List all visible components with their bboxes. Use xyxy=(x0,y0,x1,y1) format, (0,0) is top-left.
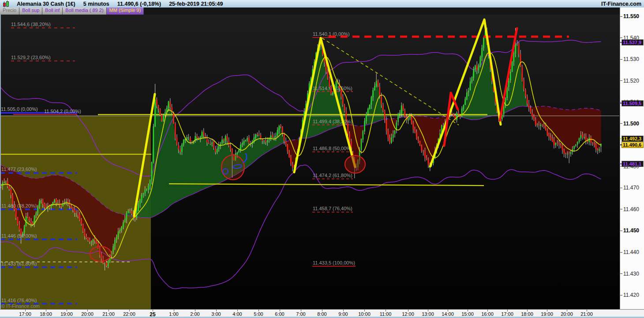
candle-up xyxy=(127,211,129,212)
candle-up xyxy=(211,142,213,144)
candle-down xyxy=(595,144,597,149)
candle-up xyxy=(573,146,575,149)
legend-mm-simple[interactable]: MM (Simple 9) xyxy=(107,8,144,15)
candle-up xyxy=(362,131,363,140)
candle-up xyxy=(153,126,154,162)
candle-down xyxy=(592,143,593,144)
candle-down xyxy=(386,120,387,131)
timeframe-label[interactable]: 5 minutos xyxy=(83,1,109,7)
time-tick-label: 7:00 xyxy=(296,311,305,317)
candle-up xyxy=(150,180,151,186)
price-axis[interactable]: 11.55011.54011.53011.52011.51011.50011.4… xyxy=(620,8,644,309)
candle-down xyxy=(292,164,293,168)
candle-up xyxy=(580,135,581,139)
legend-boll-sup[interactable]: Boll sup xyxy=(19,8,42,15)
candle-down xyxy=(84,231,86,236)
candle-down xyxy=(585,137,587,141)
legend-precio[interactable]: Precio xyxy=(0,8,19,15)
candle-down xyxy=(206,138,208,142)
time-tick-label: 14:00 xyxy=(442,311,454,317)
candle-down xyxy=(81,220,82,224)
candle-up xyxy=(255,134,256,138)
fib-label: 11.433,5 (100,00%) xyxy=(313,260,355,265)
candle-down xyxy=(520,54,521,66)
time-tick-label: 3:00 xyxy=(211,311,221,317)
candle-up xyxy=(116,237,117,240)
candle-down xyxy=(412,123,414,129)
candle-down xyxy=(89,240,90,242)
candle-up xyxy=(39,201,40,206)
candle-up xyxy=(181,144,183,152)
candle-down xyxy=(535,119,536,125)
brand-link[interactable]: IT-Finance.com xyxy=(601,1,641,7)
candle-up xyxy=(408,118,409,121)
candle-down xyxy=(423,151,424,152)
candle-down xyxy=(597,149,598,150)
candle-down xyxy=(557,143,558,144)
legend-boll-inf[interactable]: Boll inf xyxy=(42,8,63,15)
candle-down xyxy=(530,108,531,113)
candle-up xyxy=(118,231,119,237)
fib-label: 11.446 (50,00%) xyxy=(1,233,37,238)
candle-up xyxy=(540,125,541,126)
candle-up xyxy=(468,91,469,92)
candle-down xyxy=(428,160,429,165)
candle-down xyxy=(379,87,380,96)
candle-up xyxy=(461,109,463,117)
candle-up xyxy=(183,140,184,145)
price-tick-label: 11.460 xyxy=(623,206,639,212)
price-tick-label: 11.430 xyxy=(623,271,639,277)
candle-down xyxy=(169,102,171,107)
time-tick-label: 4:00 xyxy=(232,311,242,317)
candle-up xyxy=(143,193,144,195)
fib-label: 11.505,0 (0,00%) xyxy=(1,106,38,112)
candle-up xyxy=(470,82,471,90)
time-axis[interactable]: 17:0018:0019:0020:0021:0022:00251:002:00… xyxy=(0,309,644,318)
price-badge-mm-simple-9: 11.492,3 xyxy=(622,136,644,142)
candle-down xyxy=(330,87,332,94)
candle-down xyxy=(17,217,19,224)
price-chart-canvas[interactable]: 11.514,9 (23,60%)11.544,6 (38,20%)11.529… xyxy=(0,0,644,318)
candle-down xyxy=(158,106,159,109)
candle-up xyxy=(138,204,139,211)
candle-down xyxy=(411,116,412,123)
time-tick-label: 10:00 xyxy=(358,311,371,317)
candle-up xyxy=(218,145,220,149)
candle-up xyxy=(463,105,464,109)
fib-label: 11.529,2 (23,60%) xyxy=(11,55,51,60)
badge-tick xyxy=(620,42,622,43)
time-tick-label: 21:00 xyxy=(580,311,593,317)
instrument-header-bar: Alemania 30 Cash (1€) 5 minutos 11.490,6… xyxy=(0,0,644,8)
candle-down xyxy=(418,139,419,141)
candle-up xyxy=(577,142,578,145)
price-badge-boll-media: 11.509,5 xyxy=(622,100,644,106)
candle-up xyxy=(263,140,265,141)
candle-down xyxy=(42,200,44,204)
price-badge-boll-inf: 11.481,1 xyxy=(622,161,644,167)
candle-up xyxy=(35,213,37,215)
candle-down xyxy=(554,141,555,146)
candle-down xyxy=(180,149,181,152)
candle-up xyxy=(456,113,457,120)
price-tick-label: 11.550 xyxy=(623,13,639,19)
quote-timestamp: 25-feb-2019 21:05:49 xyxy=(169,1,223,7)
candle-down xyxy=(77,213,79,216)
red-circle-annotation xyxy=(90,246,111,261)
candle-down xyxy=(282,127,283,133)
candle-up xyxy=(91,241,92,242)
candle-down xyxy=(29,217,30,221)
candle-down xyxy=(404,110,405,117)
time-tick-label: 1:00 xyxy=(169,311,178,317)
candle-down xyxy=(74,210,75,213)
candle-up xyxy=(393,134,394,138)
candle-up xyxy=(575,144,577,146)
candle-up xyxy=(4,182,5,182)
candle-down xyxy=(173,113,174,123)
candle-down xyxy=(542,125,543,126)
time-tick-label: 21:00 xyxy=(102,311,115,317)
candle-down xyxy=(79,215,80,220)
candle-up xyxy=(121,227,122,230)
legend-boll-media[interactable]: Boll media ( 89 2) xyxy=(63,8,106,15)
candle-down xyxy=(82,225,84,231)
candle-up xyxy=(367,109,369,114)
